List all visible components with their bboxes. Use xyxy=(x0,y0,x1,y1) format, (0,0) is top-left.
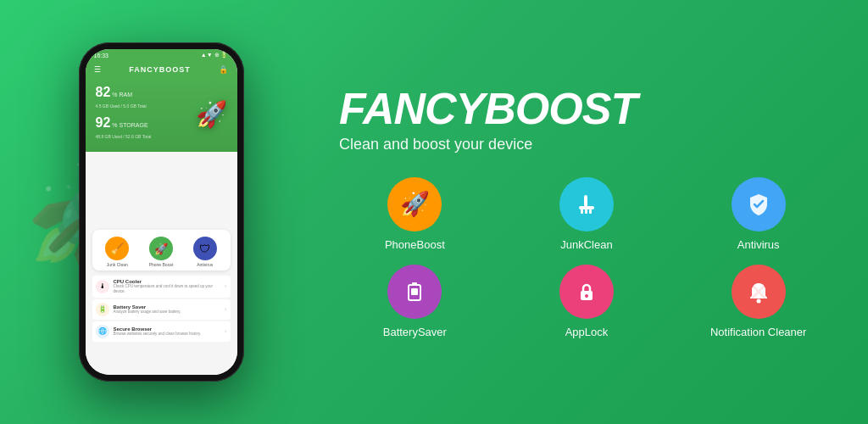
junk-clean-icon: 🧹 xyxy=(105,237,129,260)
notification-cleaner-feature-icon xyxy=(732,265,786,319)
battery-saver-feature-icon xyxy=(387,265,442,319)
storage-label: % STORAGE xyxy=(112,122,147,128)
status-time: 16:33 xyxy=(94,53,109,59)
svg-rect-0 xyxy=(584,195,587,207)
menu-items-list: 🌡 CPU Cooler Check CPU temperature and c… xyxy=(92,276,231,342)
feature-antivirus[interactable]: Antivirus xyxy=(682,177,834,251)
svg-point-9 xyxy=(585,294,588,298)
battery-saver-arrow: › xyxy=(225,305,227,313)
brand-boost: BOOST xyxy=(484,84,637,133)
hamburger-icon: ☰ xyxy=(94,65,101,74)
phone-mockup-section: 16:33 ▲▼ ⊕ 🔋 ☰ FANCYBOOST 🔒 82 % RAM 4.5… xyxy=(0,0,322,424)
rocket-icon: 🚀 xyxy=(196,99,227,129)
ram-label: % RAM xyxy=(112,92,132,98)
right-section: FANCYBOOST Clean and boost your device 🚀… xyxy=(322,70,868,355)
svg-rect-3 xyxy=(585,209,587,214)
svg-rect-2 xyxy=(581,209,583,214)
brand-title: FANCYBOOST xyxy=(339,86,834,131)
antivirus-label: Antivirus xyxy=(197,262,213,267)
quick-item-antivirus[interactable]: 🛡 Antivirus xyxy=(193,237,217,267)
secure-browser-icon: 🌐 xyxy=(96,325,109,338)
secure-browser-arrow: › xyxy=(225,327,227,335)
storage-sub: 48.8 GB Used / 52.6 GB Total xyxy=(96,134,227,139)
svg-rect-4 xyxy=(589,209,592,214)
status-icons: ▲▼ ⊕ 🔋 xyxy=(201,52,229,59)
menu-item-battery-saver[interactable]: 🔋 Battery Saver Analyze battery usage an… xyxy=(92,299,231,320)
secure-browser-text: Secure Browser Browse websites securely … xyxy=(114,326,220,337)
battery-saver-icon: 🔋 xyxy=(96,303,109,316)
svg-rect-1 xyxy=(579,206,594,209)
storage-percent: 92 xyxy=(96,115,111,131)
quick-item-phone-boost[interactable]: 🚀 Phone Boost xyxy=(149,237,174,267)
feature-notification-cleaner[interactable]: Notification Cleaner xyxy=(682,265,834,338)
svg-rect-7 xyxy=(411,288,418,295)
notification-cleaner-feature-label: Notification Cleaner xyxy=(710,326,806,338)
app-header: ☰ FANCYBOOST 🔒 xyxy=(86,61,237,78)
feature-grid: 🚀 PhoneBoost JunkClean xyxy=(339,177,834,338)
phone-boost-label: Phone Boost xyxy=(149,262,174,267)
wave-divider xyxy=(86,209,237,225)
quick-item-junk-clean[interactable]: 🧹 Junk Clean xyxy=(105,237,129,267)
app-main-area: 82 % RAM 4.5 GB Used / 5.0 GB Total 92 %… xyxy=(86,78,237,225)
app-lock-feature-label: AppLock xyxy=(565,326,609,338)
feature-junk-clean[interactable]: JunkClean xyxy=(511,177,663,251)
ram-percent: 82 xyxy=(96,85,111,100)
junk-clean-feature-icon xyxy=(559,177,614,232)
phone-boost-icon: 🚀 xyxy=(149,237,173,260)
junk-clean-feature-label: JunkClean xyxy=(560,238,612,251)
phone-outer: 16:33 ▲▼ ⊕ 🔋 ☰ FANCYBOOST 🔒 82 % RAM 4.5… xyxy=(79,42,244,382)
cpu-cooler-icon: 🌡 xyxy=(96,280,109,293)
menu-item-secure-browser[interactable]: 🌐 Secure Browser Browse websites securel… xyxy=(92,321,231,342)
app-lock-feature-icon xyxy=(559,265,614,319)
cpu-cooler-arrow: › xyxy=(225,282,227,290)
menu-item-cpu-cooler[interactable]: 🌡 CPU Cooler Check CPU temperature and c… xyxy=(92,276,231,298)
antivirus-icon: 🛡 xyxy=(193,237,217,260)
app-header-title: FANCYBOOST xyxy=(129,65,191,74)
phone-screen: 16:33 ▲▼ ⊕ 🔋 ☰ FANCYBOOST 🔒 82 % RAM 4.5… xyxy=(86,49,237,375)
ram-stat: 82 % RAM xyxy=(96,85,227,100)
lock-icon-header: 🔒 xyxy=(219,65,228,74)
feature-battery-saver[interactable]: BatterySaver xyxy=(339,265,491,338)
feature-phone-boost[interactable]: 🚀 PhoneBoost xyxy=(339,177,491,251)
junk-clean-label: Junk Clean xyxy=(107,262,128,267)
phone-boost-feature-icon: 🚀 xyxy=(387,177,442,232)
cpu-cooler-text: CPU Cooler Check CPU temperature and coo… xyxy=(114,279,220,294)
svg-point-10 xyxy=(756,298,760,303)
app-bottom-area: 🧹 Junk Clean 🚀 Phone Boost 🛡 Antivirus xyxy=(86,225,237,375)
antivirus-feature-icon xyxy=(732,177,786,232)
battery-saver-desc: Analyze battery usage and save battery. xyxy=(114,310,220,315)
brand-subtitle: Clean and boost your device xyxy=(339,136,834,153)
quick-actions-row: 🧹 Junk Clean 🚀 Phone Boost 🛡 Antivirus xyxy=(92,230,231,271)
svg-rect-6 xyxy=(412,282,417,285)
phone-boost-feature-label: PhoneBoost xyxy=(385,238,445,251)
phone-status-bar: 16:33 ▲▼ ⊕ 🔋 xyxy=(86,49,237,61)
secure-browser-desc: Browse websites securely and clean brows… xyxy=(114,332,220,337)
feature-app-lock[interactable]: AppLock xyxy=(511,265,663,338)
cpu-cooler-desc: Check CPU temperature and cool it down t… xyxy=(114,284,220,294)
battery-saver-feature-label: BatterySaver xyxy=(383,326,447,338)
antivirus-feature-label: Antivirus xyxy=(737,238,780,251)
battery-saver-text: Battery Saver Analyze battery usage and … xyxy=(114,304,220,315)
brand-fancy: FANCY xyxy=(339,84,484,133)
